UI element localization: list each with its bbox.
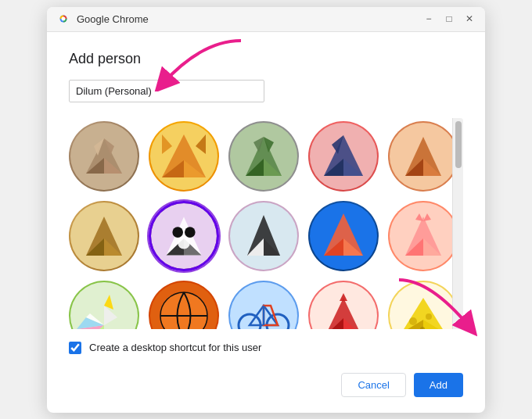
basketball-origami-icon xyxy=(150,282,217,329)
avatar-monkey[interactable] xyxy=(69,201,139,271)
avatar-rabbit[interactable] xyxy=(388,201,452,271)
cat-origami-icon xyxy=(70,123,138,190)
panda-origami-icon xyxy=(151,202,217,270)
avatar-bear-orange[interactable] xyxy=(388,121,452,192)
avatar-unicorn[interactable] xyxy=(69,281,139,329)
desktop-shortcut-row: Create a desktop shortcut for this user xyxy=(69,342,463,354)
cancel-button[interactable]: Cancel xyxy=(341,373,405,397)
avatar-scrollbar[interactable] xyxy=(452,118,463,329)
close-button[interactable]: ✕ xyxy=(463,13,476,25)
scrollbar-thumb[interactable] xyxy=(455,121,462,168)
chrome-logo-icon xyxy=(56,12,70,26)
avatar-blue-bird[interactable] xyxy=(308,201,379,271)
avatar-bike[interactable] xyxy=(228,281,299,329)
svg-point-39 xyxy=(185,227,196,238)
svg-point-38 xyxy=(172,227,183,238)
titlebar-title: Google Chrome xyxy=(77,13,422,25)
avatar-penguin[interactable] xyxy=(228,201,299,271)
avatar-grid-container xyxy=(69,118,452,329)
bear-origami-icon xyxy=(390,123,452,190)
avatar-basketball[interactable] xyxy=(149,281,219,329)
svg-point-1 xyxy=(62,17,66,21)
avatar-panda[interactable] xyxy=(149,201,219,271)
blue-bird-origami-icon xyxy=(310,202,377,270)
dragon-origami-icon xyxy=(230,123,297,190)
rabbit-origami-icon xyxy=(390,202,452,270)
avatar-elephant[interactable] xyxy=(308,121,379,192)
avatar-dragon[interactable] xyxy=(228,121,299,192)
name-input-row xyxy=(69,80,463,102)
add-button[interactable]: Add xyxy=(414,373,463,397)
avatar-section xyxy=(69,118,463,329)
monkey-origami-icon xyxy=(70,202,138,270)
unicorn-origami-icon xyxy=(70,282,138,329)
svg-point-40 xyxy=(178,236,190,249)
desktop-shortcut-checkbox[interactable] xyxy=(69,342,81,354)
elephant-origami-icon xyxy=(310,123,377,190)
dialog-content: Add person xyxy=(47,32,485,413)
cardinal-origami-icon xyxy=(310,282,377,329)
avatar-cardinal[interactable] xyxy=(308,281,379,329)
fox-origami-icon xyxy=(150,123,217,190)
minimize-button[interactable]: − xyxy=(422,13,435,25)
titlebar: Google Chrome − □ ✕ xyxy=(47,7,485,32)
titlebar-controls: − □ ✕ xyxy=(422,13,476,25)
avatar-cat[interactable] xyxy=(69,121,139,192)
avatar-cheese[interactable] xyxy=(388,281,452,329)
maximize-button[interactable]: □ xyxy=(443,13,455,25)
cheese-origami-icon xyxy=(390,282,452,329)
penguin-origami-icon xyxy=(230,202,297,270)
svg-point-80 xyxy=(409,317,417,325)
dialog-heading: Add person xyxy=(69,51,463,67)
name-input[interactable] xyxy=(69,80,264,102)
footer-buttons: Cancel Add xyxy=(69,367,463,397)
bike-origami-icon xyxy=(230,282,297,329)
chrome-dialog-window: Google Chrome − □ ✕ Add person xyxy=(47,7,485,413)
svg-point-81 xyxy=(426,313,432,320)
avatar-fox[interactable] xyxy=(149,121,219,192)
avatar-grid xyxy=(69,118,452,329)
desktop-shortcut-label: Create a desktop shortcut for this user xyxy=(89,342,261,353)
